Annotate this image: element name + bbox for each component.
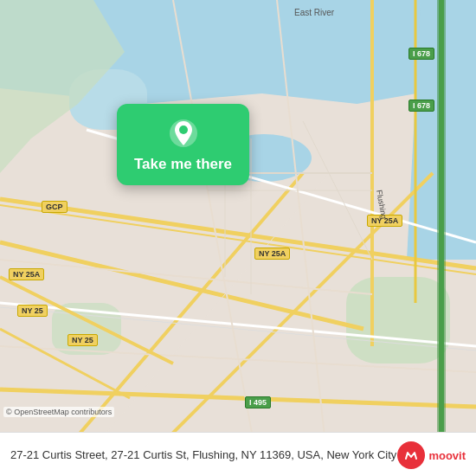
address-text: 27-21 Curtis Street, 27-21 Curtis St, Fl… [10,447,397,463]
svg-line-20 [0,329,130,398]
highway-label-ny25-1: NY 25 [17,305,48,317]
svg-line-1 [0,205,476,274]
svg-point-30 [403,447,419,463]
map-attribution: © OpenStreetMap contributors [3,407,114,417]
location-pin-icon [168,118,199,149]
road-network: East River [0,0,476,476]
action-card[interactable]: Take me there [117,104,249,185]
highway-label-i495: I 495 [245,396,271,408]
svg-point-29 [179,125,188,134]
map-container: East River I 678 I 678 NY 25A NY 25A NY … [0,0,476,476]
moovit-logo: moovit [397,441,466,469]
moovit-icon [397,441,425,469]
svg-line-4 [69,173,329,476]
highway-label-gcp: GCP [42,201,68,213]
highway-label-i678-2: I 678 [408,100,434,112]
highway-label-ny25a-1: NY 25A [367,215,402,227]
highway-label-ny25a-3: NY 25A [9,268,44,280]
svg-line-11 [0,389,476,407]
svg-line-14 [0,260,372,294]
svg-line-13 [277,0,329,476]
highway-label-i678-1: I 678 [408,48,434,60]
highway-label-ny25-2: NY 25 [68,334,98,346]
svg-text:East River: East River [294,8,335,17]
action-button-label: Take me there [134,156,232,173]
info-bar: 27-21 Curtis Street, 27-21 Curtis St, Fl… [0,432,476,476]
highway-label-ny25a-2: NY 25A [254,248,290,260]
moovit-text: moovit [428,449,466,462]
map-background: East River I 678 I 678 NY 25A NY 25A NY … [0,0,476,476]
